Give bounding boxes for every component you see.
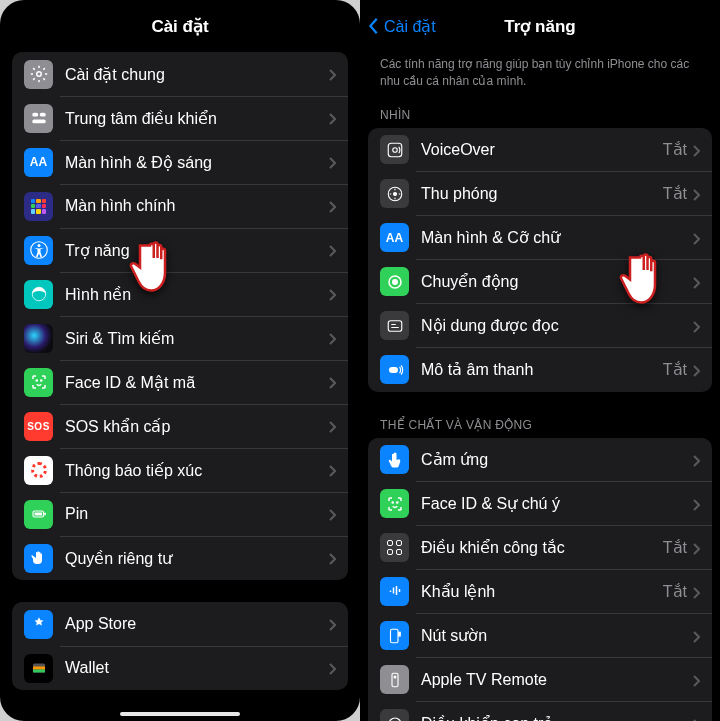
svg-point-24 <box>396 501 397 502</box>
chevron-right-icon <box>329 108 336 128</box>
svg-rect-27 <box>392 673 398 687</box>
row-voice-control[interactable]: Khẩu lệnhTắt <box>368 570 712 614</box>
label: Nội dung được đọc <box>421 316 693 335</box>
row-privacy[interactable]: Quyền riêng tư <box>12 536 348 580</box>
label: Màn hình chính <box>65 197 329 215</box>
chevron-right-icon <box>693 184 700 204</box>
svg-point-7 <box>36 380 37 381</box>
row-home-screen[interactable]: Màn hình chính <box>12 184 348 228</box>
row-zoom[interactable]: Thu phóngTắt <box>368 172 712 216</box>
zoom-icon <box>380 179 409 208</box>
chevron-right-icon <box>329 240 336 260</box>
row-appstore[interactable]: App Store <box>12 602 348 646</box>
svg-rect-3 <box>32 120 46 124</box>
label: Màn hình & Độ sáng <box>65 153 329 172</box>
row-spoken-content[interactable]: Nội dung được đọc <box>368 304 712 348</box>
accessibility-body: Các tính năng trợ năng giúp bạn tùy chỉn… <box>360 52 720 721</box>
svg-rect-10 <box>44 513 46 516</box>
value: Tắt <box>663 582 687 601</box>
label: Thông báo tiếp xúc <box>65 461 329 480</box>
label: Mô tả âm thanh <box>421 360 663 379</box>
remote-icon <box>380 665 409 694</box>
right-phone-screenshot: Cài đặt Trợ năng Các tính năng trợ năng … <box>360 0 720 721</box>
group-vision: VoiceOverTắt Thu phóngTắt AAMàn hình & C… <box>368 128 712 392</box>
pointer-icon <box>380 709 409 721</box>
label: Trung tâm điều khiển <box>65 109 329 128</box>
row-exposure[interactable]: Thông báo tiếp xúc <box>12 448 348 492</box>
accessibility-header: Cài đặt Trợ năng <box>360 0 720 52</box>
sos-icon: SOS <box>24 412 53 441</box>
label: Quyền riêng tư <box>65 549 329 568</box>
row-battery[interactable]: Pin <box>12 492 348 536</box>
row-wallpaper[interactable]: Hình nền <box>12 272 348 316</box>
svg-rect-26 <box>398 632 400 636</box>
row-voiceover[interactable]: VoiceOverTắt <box>368 128 712 172</box>
svg-point-29 <box>389 718 401 721</box>
svg-rect-21 <box>388 320 402 331</box>
faceid-icon <box>380 489 409 518</box>
label: Điều khiển công tắc <box>421 538 663 557</box>
sliders-icon <box>24 104 53 133</box>
wallet-icon <box>24 654 53 683</box>
row-general[interactable]: Cài đặt chung <box>12 52 348 96</box>
row-accessibility[interactable]: Trợ năng <box>12 228 348 272</box>
chevron-right-icon <box>693 450 700 470</box>
section-header-physical: THỂ CHẤT VÀ VẬN ĐỘNG <box>368 414 712 438</box>
chevron-right-icon <box>329 284 336 304</box>
label: Wallet <box>65 659 329 677</box>
value: Tắt <box>663 184 687 203</box>
gear-icon <box>24 60 53 89</box>
row-audio-desc[interactable]: Mô tả âm thanhTắt <box>368 348 712 392</box>
speak-icon <box>380 311 409 340</box>
motion-icon <box>380 267 409 296</box>
chevron-right-icon <box>329 416 336 436</box>
chevron-right-icon <box>693 494 700 514</box>
row-control-center[interactable]: Trung tâm điều khiển <box>12 96 348 140</box>
svg-rect-13 <box>33 667 45 670</box>
label: Thu phóng <box>421 185 663 203</box>
label: SOS khẩn cấp <box>65 417 329 436</box>
value: Tắt <box>663 538 687 557</box>
home-screen-icon <box>24 192 53 221</box>
chevron-right-icon <box>329 64 336 84</box>
row-siri[interactable]: Siri & Tìm kiếm <box>12 316 348 360</box>
row-display[interactable]: AAMàn hình & Độ sáng <box>12 140 348 184</box>
svg-rect-25 <box>390 629 398 643</box>
chevron-right-icon <box>329 372 336 392</box>
label: Siri & Tìm kiếm <box>65 329 329 348</box>
row-sos[interactable]: SOSSOS khẩn cấp <box>12 404 348 448</box>
row-faceid[interactable]: Face ID & Mật mã <box>12 360 348 404</box>
svg-point-18 <box>393 192 396 195</box>
chevron-right-icon <box>693 582 700 602</box>
svg-point-5 <box>37 244 40 247</box>
appstore-icon <box>24 610 53 639</box>
row-apple-tv-remote[interactable]: Apple TV Remote <box>368 658 712 702</box>
accessibility-description: Các tính năng trợ năng giúp bạn tùy chỉn… <box>368 52 712 104</box>
row-pointer-control[interactable]: Điều khiển con trỏ <box>368 702 712 721</box>
row-faceid-attention[interactable]: Face ID & Sự chú ý <box>368 482 712 526</box>
svg-point-0 <box>36 72 41 77</box>
chevron-right-icon <box>329 196 336 216</box>
side-button-icon <box>380 621 409 650</box>
label: Khẩu lệnh <box>421 582 663 601</box>
chevron-right-icon <box>693 670 700 690</box>
chevron-right-icon <box>329 614 336 634</box>
row-side-button[interactable]: Nút sườn <box>368 614 712 658</box>
section-header-vision: NHÌN <box>368 104 712 128</box>
row-wallet[interactable]: Wallet <box>12 646 348 690</box>
label: Chuyển động <box>421 272 693 291</box>
row-touch[interactable]: Cảm ứng <box>368 438 712 482</box>
row-display-text[interactable]: AAMàn hình & Cỡ chữ <box>368 216 712 260</box>
left-phone-screenshot: Cài đặt Cài đặt chung Trung tâm điều khi… <box>0 0 360 721</box>
row-switch-control[interactable]: Điều khiển công tắcTắt <box>368 526 712 570</box>
label: App Store <box>65 615 329 633</box>
text-size-icon: AA <box>24 148 53 177</box>
row-motion[interactable]: Chuyển động <box>368 260 712 304</box>
chevron-right-icon <box>693 228 700 248</box>
label: Apple TV Remote <box>421 671 693 689</box>
switch-control-icon <box>380 533 409 562</box>
home-indicator[interactable] <box>120 712 240 716</box>
chevron-right-icon <box>693 626 700 646</box>
svg-point-8 <box>40 380 41 381</box>
back-button[interactable]: Cài đặt <box>368 17 436 36</box>
